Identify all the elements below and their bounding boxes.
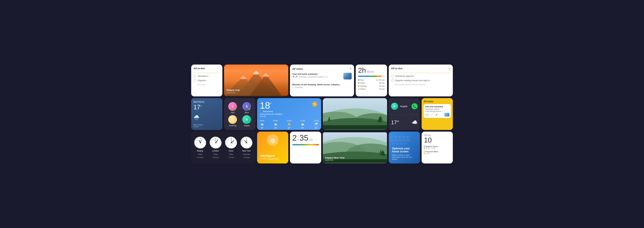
todo2-add-button[interactable]: + [448, 67, 450, 71]
timer-mins: 35 [299, 134, 308, 142]
notes2-thumbnail [444, 113, 450, 116]
svg-rect-97 [390, 139, 394, 142]
landscape2-date: 2022/1/10 [325, 159, 345, 161]
wl-range: 21°/10° [260, 115, 282, 118]
note2-item: Minutes of the meeting: Multi-screen col… [292, 83, 352, 90]
phone-button[interactable]: 📞 [412, 103, 418, 109]
todo1-text1: Attendance... [198, 75, 210, 77]
video-dot [358, 82, 360, 84]
svg-text:10: 10 [211, 140, 212, 141]
svg-rect-95 [402, 136, 405, 138]
cal-event2-time: 11:50 [426, 152, 440, 154]
contact-angela[interactable]: A ✓ Angela [240, 115, 253, 126]
note1-meta-text: Yesterday | 1.Business support 2. S... [298, 76, 329, 78]
svg-rect-102 [392, 143, 395, 145]
optimize-widget: Optimize your home screen Make it easier… [389, 132, 420, 164]
notes2-star1-icon: ★ [431, 114, 433, 116]
notes2-star2-icon: ★ [433, 114, 435, 116]
phone-icon: 📞 [413, 105, 416, 108]
todo2-divider [391, 73, 451, 73]
svg-text:10: 10 [242, 140, 243, 141]
combo-contact-name: Angela [400, 105, 408, 108]
timer-display: 2 h 35 min [292, 134, 319, 142]
wl-temp-unit: ° [270, 102, 272, 106]
notes2-meta-text: Yeste... [425, 114, 430, 116]
storage-row-files: Files 1 h 56 min [358, 79, 384, 81]
ws-desc: Rain Good... [194, 124, 220, 126]
contact-zhuohua[interactable]: Z ZhuoHua [226, 115, 239, 126]
note2-content: Minutes of the meeting: Multi-screen col… [292, 83, 352, 88]
svg-text:9: 9 [227, 142, 228, 144]
ws-range: 19°/8° [194, 126, 220, 128]
cal-day-name: Monday [424, 134, 450, 136]
wl-left: 18° 📍 Barcelona Sunny Good air excellent… [260, 101, 282, 118]
contact-jiazi[interactable]: J ✓ JiaZi [226, 102, 239, 114]
storage-time-display: 2h 35min [358, 67, 384, 74]
notes1-add-button[interactable]: + [350, 67, 352, 71]
svg-text:9: 9 [196, 142, 196, 144]
london-city: London [212, 150, 219, 152]
todo2-item1[interactable]: Attendance approval [391, 75, 451, 78]
notes1-title: All notes [292, 68, 303, 70]
clock-london: 12 3 6 9 1 2 4 5 7 8 10 11 [210, 137, 221, 158]
notes1-header: All notes + [292, 67, 352, 71]
video-label: Video [360, 82, 365, 84]
hills-svg [323, 98, 387, 130]
cal-event1-time: 10:10 - 10:30 [426, 147, 440, 149]
storage-row-others: Others 19 min [358, 88, 384, 90]
shuo-avatar: S ✓ [242, 102, 251, 111]
paris-offset: -7 hours [228, 156, 234, 158]
location-pin-icon: 📍 [260, 110, 262, 113]
wl-t3: 19° [288, 127, 291, 129]
jiazi-whatsapp-badge: ✓ [234, 108, 237, 111]
wl-header: 18° 📍 Barcelona Sunny Good air excellent… [260, 101, 319, 118]
angela-avatar: A ✓ [242, 115, 251, 124]
notes2-desc2: 2.Self-driving increme... [425, 110, 450, 112]
note2-meta-text: Yesterday [295, 86, 303, 88]
contact-apps-combo: A Angela 📞 17° ☁️ [389, 98, 420, 130]
notes2-mic-icon: 🎤 [436, 114, 438, 116]
paris-clock-svg: 12 3 6 9 1 2 4 5 7 8 10 11 [226, 137, 237, 149]
todo2-check1[interactable] [391, 75, 394, 78]
note1-title: Year-end work summary [292, 73, 342, 75]
svg-rect-99 [398, 139, 401, 142]
note1-content: Year-end work summary 📌 🎤 Yesterday | 1.… [292, 73, 342, 78]
beijing-city: Beijing [197, 150, 203, 152]
svg-rect-105 [404, 143, 407, 145]
clock-newyork: 12 3 6 9 1 2 4 5 7 8 10 11 [240, 137, 252, 158]
todo2-item2[interactable]: Organize meeting minutes and reply to... [391, 79, 451, 82]
landscape2-title: Happy New Year [325, 156, 345, 159]
todo1-item2[interactable]: Organize... [194, 79, 220, 82]
contact-shuo[interactable]: S ✓ Shuo [240, 102, 253, 114]
note1-pin-icon: 📌 [292, 76, 295, 78]
wl-sun-icon: ☀️ [311, 101, 318, 108]
london-clock-svg: 12 3 6 9 1 2 4 5 7 8 10 11 [210, 137, 222, 149]
notes2-meta: Yeste... ★ ★ 🎤 [425, 113, 450, 116]
angela-name: Angela [244, 124, 250, 126]
newyork-day: Yesterday [243, 154, 250, 155]
combo-cloud-icon: ☁️ [412, 120, 418, 125]
timer-progress-bar [292, 144, 319, 145]
storage-bar-video [370, 76, 377, 77]
svg-rect-103 [396, 143, 399, 145]
todo1-check2[interactable] [194, 79, 196, 82]
storage-mins: 35min [366, 70, 374, 74]
wl-hi: 21° [260, 115, 263, 118]
svg-point-32 [200, 142, 201, 143]
todo2-check2[interactable] [391, 79, 394, 82]
todo1-check1[interactable] [194, 75, 196, 78]
cal-day-num: 10 [424, 137, 450, 144]
others-label: Others [360, 88, 366, 90]
note1-meta: 📌 🎤 Yesterday | 1.Business support 2. S.… [292, 76, 342, 78]
wl-forecast: 08:00 ⛅ 18° 09:00 ⛅ 18° 10:00 ☀️ 19° 11:… [260, 120, 319, 129]
svg-text:3: 3 [235, 142, 236, 144]
todo2-text2: Organize meeting minutes and reply to... [395, 79, 431, 82]
wl-h4: 11:00 [300, 120, 305, 122]
todo1-item1[interactable]: Attendance... [194, 75, 220, 78]
note2-meta: ★ Yesterday [292, 86, 352, 88]
beijing-clock-face: 12 3 6 9 1 2 4 5 7 8 10 11 [194, 137, 206, 148]
london-day: Today [213, 154, 218, 155]
storage-widget: 2h 35min Files 1 h 56 min Video 48 min S… [356, 64, 387, 96]
svg-text:6: 6 [216, 147, 216, 148]
clocks-row: 12 3 6 9 1 2 4 5 7 8 10 11 [194, 134, 253, 161]
